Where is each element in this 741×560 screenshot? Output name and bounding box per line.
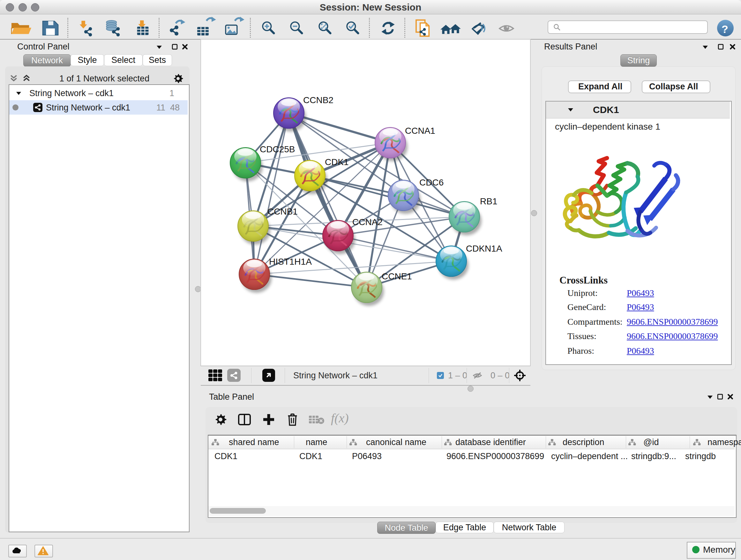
svg-text:CCNA1: CCNA1 [405,126,435,136]
svg-text:CDK1: CDK1 [325,157,349,167]
svg-text:CCNB1: CCNB1 [267,206,298,216]
svg-text:CDC6: CDC6 [419,178,444,187]
svg-text:CCNB2: CCNB2 [303,95,333,105]
svg-text:RB1: RB1 [480,196,497,206]
svg-text:CDC25B: CDC25B [260,144,295,154]
svg-text:CCNA2: CCNA2 [352,217,383,227]
svg-text:CCNE1: CCNE1 [382,271,412,281]
svg-text:HIST1H1A: HIST1H1A [269,257,312,266]
svg-text:CDKN1A: CDKN1A [466,244,502,253]
